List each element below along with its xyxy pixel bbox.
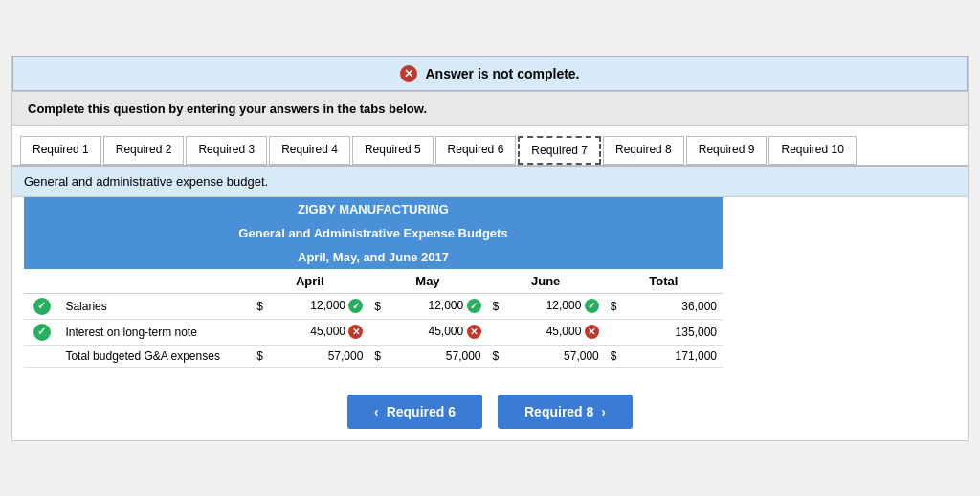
table-area: ZIGBY MANUFACTURING General and Administ… xyxy=(12,197,968,379)
main-container: ✕ Answer is not complete. Complete this … xyxy=(11,56,969,441)
row3-may: 57,000 xyxy=(391,345,487,367)
banner-text: Answer is not complete. xyxy=(425,66,579,81)
next-label: Required 8 xyxy=(524,404,593,419)
next-arrow-icon: › xyxy=(601,404,606,419)
table-title: General and Administrative Expense Budge… xyxy=(24,221,723,245)
row3-total: 171,000 xyxy=(627,345,723,367)
check-icon: ✓ xyxy=(585,299,599,313)
col-april: April xyxy=(251,269,368,294)
table-subtitle: April, May, and June 2017 xyxy=(24,245,723,269)
tab-required-3[interactable]: Required 3 xyxy=(186,136,267,165)
tab-required-4[interactable]: Required 4 xyxy=(269,136,350,165)
company-name: ZIGBY MANUFACTURING xyxy=(24,197,723,221)
x-icon: ✕ xyxy=(585,325,599,339)
check-icon: ✓ xyxy=(467,299,481,313)
check-icon: ✓ xyxy=(348,299,363,313)
row3-april: 57,000 xyxy=(274,345,369,367)
subtitle-row: April, May, and June 2017 xyxy=(24,245,723,269)
x-icon: ✕ xyxy=(348,325,363,339)
tab-required-7[interactable]: Required 7 xyxy=(518,136,601,165)
tab-required-5[interactable]: Required 5 xyxy=(352,136,434,165)
row3-june: 57,000 xyxy=(509,345,605,367)
prev-arrow-icon: ‹ xyxy=(374,404,379,419)
prev-label: Required 6 xyxy=(387,404,456,419)
company-row: ZIGBY MANUFACTURING xyxy=(24,197,723,221)
next-button[interactable]: Required 8 › xyxy=(498,395,633,429)
nav-buttons: ‹ Required 6 Required 8 › xyxy=(12,379,968,440)
instruction-text: Complete this question by entering your … xyxy=(28,101,427,116)
instruction-bar: Complete this question by entering your … xyxy=(12,91,968,126)
row3-label: Total budgeted G&A expenses xyxy=(59,345,251,367)
col-total: Total xyxy=(605,269,723,294)
prev-button[interactable]: ‹ Required 6 xyxy=(347,395,482,429)
check-icon: ✓ xyxy=(33,324,51,341)
tabs-container: Required 1 Required 2 Required 3 Require… xyxy=(12,126,968,167)
table-row: ✓ Salaries $ 12,000 ✓ $ 12,000 ✓ $ 12,00… xyxy=(24,293,723,319)
row2-status-icon: ✓ xyxy=(24,319,59,345)
tab-required-1[interactable]: Required 1 xyxy=(20,136,101,165)
answer-banner: ✕ Answer is not complete. xyxy=(12,56,968,91)
section-label: General and administrative expense budge… xyxy=(12,167,968,197)
tab-required-6[interactable]: Required 6 xyxy=(435,136,517,165)
col-may: May xyxy=(368,269,486,294)
tab-required-2[interactable]: Required 2 xyxy=(103,136,185,165)
row1-label: Salaries xyxy=(59,293,251,319)
row2-label: Interest on long-term note xyxy=(59,319,251,345)
error-icon: ✕ xyxy=(400,65,417,82)
row1-status-icon: ✓ xyxy=(24,293,59,319)
table-row: Total budgeted G&A expenses $ 57,000 $ 5… xyxy=(24,345,723,367)
title-row: General and Administrative Expense Budge… xyxy=(24,221,723,245)
budget-table: ZIGBY MANUFACTURING General and Administ… xyxy=(24,197,723,368)
check-icon: ✓ xyxy=(33,298,51,315)
row2-total: 135,000 xyxy=(627,319,723,345)
tab-required-9[interactable]: Required 9 xyxy=(686,136,768,165)
col-june: June xyxy=(487,269,605,294)
col-header-row: April May June Total xyxy=(24,269,723,294)
tab-required-10[interactable]: Required 10 xyxy=(768,136,856,165)
tab-required-8[interactable]: Required 8 xyxy=(603,136,684,165)
table-row: ✓ Interest on long-term note 45,000 ✕ 45… xyxy=(24,319,723,345)
x-icon: ✕ xyxy=(467,325,481,339)
row1-total: 36,000 xyxy=(627,293,723,319)
